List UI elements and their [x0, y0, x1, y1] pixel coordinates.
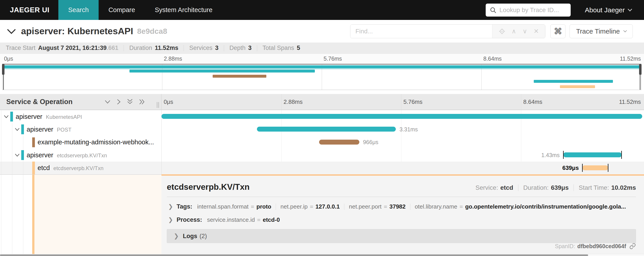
about-jaeger-menu[interactable]: About Jaeger	[585, 6, 632, 14]
command-icon: ⌘	[554, 27, 562, 36]
column-resize-grip[interactable]	[157, 102, 159, 108]
process-row[interactable]: ❯ Process: service.instance.id=etcd-0	[167, 216, 636, 223]
process-title: Process:	[177, 216, 202, 223]
find-input[interactable]	[350, 25, 492, 38]
nav-tabs: SearchCompareSystem Architecture	[58, 0, 222, 20]
span-name-cell[interactable]: apiserveretcdserverpb.KV/Txn	[0, 149, 162, 161]
summary-value-suffix: .661	[107, 45, 118, 52]
summary-separator	[224, 45, 224, 51]
minimap-tick: 5.76ms	[324, 56, 342, 62]
span-track[interactable]: 1.43ms	[162, 149, 644, 161]
minimap-gridline	[322, 65, 322, 90]
expand-span-chevron-icon[interactable]	[14, 128, 20, 131]
span-track[interactable]	[162, 110, 644, 123]
span-detail-section: etcdserverpb.KV/Txn Service:etcd Duratio…	[0, 174, 644, 254]
minimap-left-scrubber[interactable]	[2, 64, 4, 75]
clear-find-icon[interactable]: ✕	[534, 28, 539, 35]
expand-span-chevron-icon[interactable]	[4, 115, 9, 118]
keyboard-shortcuts-button[interactable]: ⌘	[550, 24, 566, 38]
span-track[interactable]: 3.31ms	[162, 123, 644, 136]
trace-header: apiserver: KubernetesAPI 8e9dca8 ∧ ∨ ✕ ⌘…	[0, 20, 644, 43]
span-name-cell[interactable]: apiserverPOST	[0, 123, 162, 136]
trace-summary-bar: Trace StartAugust 7 2021, 16:21:39.661Du…	[0, 43, 644, 54]
spanid-value: dfbebd960ced064f	[577, 243, 626, 249]
timeline-grid-header: Service & Operation 0μs2.88ms5.76ms8.64m…	[0, 94, 644, 110]
summary-separator	[257, 45, 257, 51]
detail-left-gutter	[0, 174, 162, 254]
trace-toolbar: ∧ ∨ ✕ ⌘ Trace Timeline	[350, 24, 644, 38]
summary-label: Depth	[230, 45, 246, 52]
tag-key: net.peer.port	[349, 203, 382, 210]
span-duration-bar[interactable]	[563, 152, 622, 157]
about-jaeger-label: About Jaeger	[585, 6, 625, 14]
detail-divider	[167, 197, 636, 197]
nav-tab-search[interactable]: Search	[58, 0, 98, 20]
equals-sign: =	[384, 203, 387, 210]
span-service-name: apiserverPOST	[26, 126, 72, 133]
tags-row[interactable]: ❯ Tags: internal.span.format=protonet.pe…	[167, 203, 636, 210]
logs-accordion[interactable]: ❯ Logs (2)	[167, 229, 636, 243]
minimap-tick: 0μs	[4, 56, 13, 62]
expand-all-icon[interactable]	[139, 99, 146, 105]
span-duration-bar[interactable]	[162, 114, 642, 119]
minimap-span-bar	[213, 75, 266, 78]
horizontal-scrollbar-thumb[interactable]	[0, 254, 588, 256]
copy-link-icon[interactable]	[629, 243, 636, 249]
span-bar-edge-tick	[621, 151, 622, 159]
span-name-cell[interactable]: etcdetcdserverpb.KV/Txn	[0, 162, 162, 174]
locate-icon[interactable]	[499, 28, 505, 35]
tag-value: 37982	[389, 203, 406, 210]
minimap-tick: 2.88ms	[164, 56, 182, 62]
nav-tab-system-architecture[interactable]: System Architecture	[145, 0, 222, 20]
kv-separator	[410, 204, 410, 210]
span-row-apiserver[interactable]: apiserverPOST3.31ms	[0, 123, 644, 136]
minimap-tick: 11.52ms	[620, 56, 641, 62]
nav-tab-compare[interactable]: Compare	[98, 0, 145, 20]
span-color-chip	[21, 124, 24, 134]
tag-value: proto	[256, 203, 271, 210]
summary-separator	[184, 45, 184, 51]
tag-value: 127.0.0.1	[316, 203, 340, 210]
process-list: service.instance.id=etcd-0	[207, 216, 280, 223]
collapse-one-icon[interactable]	[104, 100, 111, 104]
minimap-gridline	[162, 65, 162, 90]
timeline-gridline	[281, 94, 282, 110]
find-tools: ∧ ∨ ✕	[492, 25, 545, 38]
span-duration-bar[interactable]	[319, 140, 359, 145]
expand-span-chevron-icon[interactable]	[14, 153, 20, 157]
next-match-icon[interactable]: ∨	[522, 28, 527, 35]
view-selector-button[interactable]: Trace Timeline	[570, 24, 633, 38]
horizontal-scrollbar[interactable]	[0, 254, 644, 256]
span-name-cell[interactable]: example-mutating-admission-webhook...	[0, 136, 162, 149]
minimap-right-scrubber[interactable]	[639, 64, 642, 75]
app-brand[interactable]: JAEGER UI	[0, 6, 58, 14]
span-row-apiserver[interactable]: apiserverKubernetesAPI	[0, 110, 644, 123]
trace-lookup-input[interactable]: Lookup by Trace ID...	[486, 4, 571, 17]
span-duration-label: 1.43ms	[541, 152, 560, 158]
expand-logs-chevron-icon: ❯	[174, 232, 179, 240]
span-name-cell[interactable]: apiserverKubernetesAPI	[0, 110, 162, 123]
expand-one-icon[interactable]	[116, 99, 121, 105]
span-row-apiserver[interactable]: apiserveretcdserverpb.KV/Txn1.43ms	[0, 149, 644, 161]
span-track[interactable]: 639μs	[162, 162, 644, 174]
trace-lookup-placeholder: Lookup by Trace ID...	[500, 7, 559, 14]
tree-guide-line	[23, 175, 23, 254]
summary-label: Total Spans	[262, 45, 294, 52]
span-duration-bar[interactable]	[582, 165, 608, 170]
service-value: etcd	[500, 184, 513, 191]
span-duration-bar[interactable]	[257, 127, 396, 132]
collapse-trace-chevron-icon[interactable]	[7, 28, 16, 35]
prev-match-icon[interactable]: ∧	[512, 28, 516, 35]
equals-sign: =	[257, 216, 260, 223]
column-splitter[interactable]	[162, 110, 162, 174]
span-row-example-mutating-admission-webhook-[interactable]: example-mutating-admission-webhook...966…	[0, 136, 644, 149]
collapse-all-icon[interactable]	[127, 98, 133, 105]
chevron-down-icon	[628, 7, 632, 12]
kv-separator	[276, 204, 276, 210]
trace-minimap[interactable]	[2, 64, 641, 90]
find-box: ∧ ∨ ✕	[350, 24, 546, 38]
span-row-etcd[interactable]: etcdetcdserverpb.KV/Txn639μs	[0, 162, 644, 174]
span-track[interactable]: 966μs	[162, 136, 644, 149]
minimap-gridline	[482, 65, 482, 90]
summary-label: Trace Start	[6, 45, 36, 52]
